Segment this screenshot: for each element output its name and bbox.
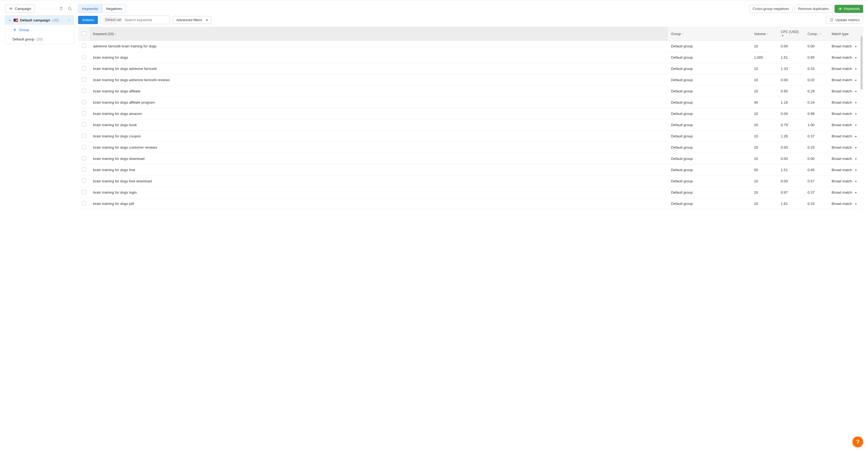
cell-cpc: 0.00 [778, 142, 804, 153]
row-checkbox[interactable] [82, 44, 86, 48]
cell-keyword[interactable]: brain training for dogs adrienne farrice… [90, 75, 668, 86]
cell-match[interactable]: Broad match [828, 75, 863, 86]
cell-keyword[interactable]: brain training for dogs amazon [90, 108, 668, 119]
table-row: brain training for dogs affiliate progra… [78, 97, 863, 108]
cell-keyword[interactable]: brain training for dogs pdf [90, 198, 668, 209]
cell-match[interactable]: Broad match [828, 108, 863, 119]
th-comp[interactable]: Comp.i≡ [804, 27, 828, 41]
row-checkbox[interactable] [82, 134, 86, 138]
cell-match[interactable]: Broad match [828, 187, 863, 198]
search-icon[interactable] [66, 4, 74, 12]
cell-keyword[interactable]: brain training for dogs free [90, 164, 668, 176]
gear-icon[interactable] [67, 19, 71, 22]
chevron-down-icon [855, 56, 857, 59]
th-checkbox[interactable] [78, 27, 90, 41]
row-checkbox[interactable] [82, 167, 86, 172]
row-checkbox[interactable] [82, 156, 86, 161]
cell-keyword[interactable]: brain training for dogs adrienne farrice… [90, 63, 668, 75]
cell-keyword[interactable]: brain training for dogs affiliate progra… [90, 97, 668, 108]
tabs: Keywords Negatives [78, 4, 126, 13]
svg-point-0 [68, 7, 71, 10]
row-checkbox[interactable] [82, 100, 86, 104]
remove-duplicates-button[interactable]: Remove duplicates [795, 5, 832, 13]
plus-icon [9, 6, 13, 11]
cell-group[interactable]: Default group [668, 97, 751, 108]
cell-match[interactable]: Broad match [828, 164, 863, 176]
cell-group[interactable]: Default group [668, 75, 751, 86]
cell-group[interactable]: Default group [668, 176, 751, 187]
cell-group[interactable]: Default group [668, 41, 751, 52]
cell-match[interactable]: Broad match [828, 198, 863, 209]
row-checkbox[interactable] [82, 89, 86, 93]
cell-match[interactable]: Broad match [828, 153, 863, 164]
cell-keyword[interactable]: brain training for dogs login [90, 187, 668, 198]
tree-campaign-row[interactable]: Default campaign (20) [5, 16, 74, 25]
row-checkbox[interactable] [82, 201, 86, 205]
cell-group[interactable]: Default group [668, 131, 751, 142]
actions-button[interactable]: Actions [78, 16, 98, 24]
cell-comp: 0.20 [804, 142, 828, 153]
help-fab[interactable]: ? [852, 436, 863, 447]
row-checkbox[interactable] [82, 122, 86, 126]
scrollbar[interactable] [861, 36, 863, 452]
table-row: brain training for dogs amazonDefault gr… [78, 108, 863, 119]
cell-match[interactable]: Broad match [828, 86, 863, 97]
add-keywords-button[interactable]: Keywords [835, 5, 863, 13]
cell-keyword[interactable]: brain training for dogs coupon [90, 131, 668, 142]
select-all-checkbox[interactable] [82, 31, 86, 36]
th-match[interactable]: Match type [828, 27, 863, 41]
search-input[interactable] [122, 16, 170, 24]
cell-group[interactable]: Default group [668, 108, 751, 119]
update-metrics-button[interactable]: Update metrics [826, 16, 863, 24]
cell-group[interactable]: Default group [668, 164, 751, 176]
cell-keyword[interactable]: brain training for dogs free download [90, 176, 668, 187]
row-checkbox-cell [78, 142, 90, 153]
tree-group-row[interactable]: Default group (20) [5, 34, 74, 44]
cell-match[interactable]: Broad match [828, 131, 863, 142]
cell-group[interactable]: Default group [668, 142, 751, 153]
row-checkbox[interactable] [82, 190, 86, 194]
cell-group[interactable]: Default group [668, 153, 751, 164]
row-checkbox[interactable] [82, 77, 86, 82]
refresh-icon [830, 18, 834, 22]
cell-match[interactable]: Broad match [828, 63, 863, 75]
advanced-filters-button[interactable]: Advanced filters [173, 16, 211, 24]
cross-group-negatives-button[interactable]: Cross-group negatives [749, 5, 793, 13]
cell-keyword[interactable]: brain training for dogs affiliate [90, 86, 668, 97]
th-cpc[interactable]: CPC (USD) [778, 27, 804, 41]
scrollbar-thumb[interactable] [861, 36, 863, 90]
tree-add-group[interactable]: Group [5, 25, 74, 34]
add-campaign-label: Campaign [15, 7, 31, 11]
flag-us-icon [13, 19, 18, 22]
cell-match[interactable]: Broad match [828, 41, 863, 52]
tab-negatives[interactable]: Negatives [102, 5, 126, 12]
row-checkbox[interactable] [82, 145, 86, 149]
th-volume[interactable]: Volume≡ [751, 27, 778, 41]
cell-keyword[interactable]: brain training for dogs book [90, 119, 668, 131]
cell-match[interactable]: Broad match [828, 119, 863, 131]
cell-group[interactable]: Default group [668, 63, 751, 75]
cell-match[interactable]: Broad match [828, 142, 863, 153]
cell-keyword[interactable]: brain training for dogs [90, 52, 668, 63]
cell-group[interactable]: Default group [668, 187, 751, 198]
search-chip[interactable]: Default campa [103, 17, 122, 23]
add-campaign-button[interactable]: Campaign [5, 4, 35, 12]
cell-group[interactable]: Default group [668, 52, 751, 63]
th-keyword[interactable]: Keyword (20)≡ [90, 27, 668, 41]
cell-group[interactable]: Default group [668, 119, 751, 131]
cell-group[interactable]: Default group [668, 198, 751, 209]
row-checkbox[interactable] [82, 111, 86, 115]
row-checkbox[interactable] [82, 55, 86, 59]
trash-icon[interactable] [57, 4, 65, 12]
cell-keyword[interactable]: adrienne farricelli brain training for d… [90, 41, 668, 52]
cell-keyword[interactable]: brain training for dogs customer reviews [90, 142, 668, 153]
th-group[interactable]: Group≡ [668, 27, 751, 41]
cell-match[interactable]: Broad match [828, 176, 863, 187]
row-checkbox[interactable] [82, 66, 86, 70]
cell-match[interactable]: Broad match [828, 97, 863, 108]
tab-keywords[interactable]: Keywords [79, 5, 102, 12]
cell-keyword[interactable]: brain training for dogs download [90, 153, 668, 164]
row-checkbox[interactable] [82, 178, 86, 183]
cell-match[interactable]: Broad match [828, 52, 863, 63]
cell-group[interactable]: Default group [668, 86, 751, 97]
